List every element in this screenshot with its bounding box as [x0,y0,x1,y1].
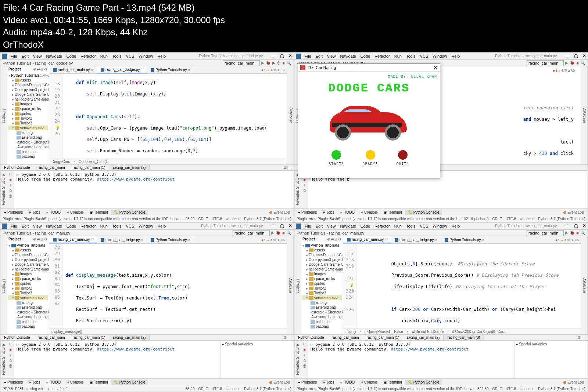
menu-code[interactable]: Code [64,53,78,59]
navbar: Python Tutorials › racing_car_dodge.py r… [0,60,294,66]
event-log[interactable]: Event Log [266,210,293,215]
indent[interactable]: 4 spaces [226,217,240,221]
console-output[interactable]: ▷ pygame 2.0.0 (SDL 2.0.12, python 3.7.3… [14,171,294,208]
console-hide-icon[interactable]: ― [288,166,291,170]
rerun-icon[interactable]: ⟳ [9,172,12,176]
status-bar: Plugin error: Plugin 'BashSupport' (vers… [0,216,294,222]
tool-todo[interactable]: ✓ TODO [43,210,64,215]
minimize-icon[interactable]: ― [271,53,276,58]
side-tab-favorites[interactable]: Favorites Structure [0,171,7,208]
debug-icon[interactable]: 🐞 [266,61,271,65]
weak-warning-icon[interactable]: ▲ [277,68,280,72]
menu-run[interactable]: Run [98,53,110,59]
menu-refactor[interactable]: Refactor [78,53,98,59]
maximize-icon[interactable]: ▢ [574,53,578,58]
code-editor[interactable]: 78798081828384858687 def display_message… [49,244,287,329]
run-icon[interactable]: ▶ [565,61,568,65]
scroll-icon[interactable]: ↓ [10,183,11,187]
stop-icon[interactable]: ■ [282,61,285,65]
tool-rconsole[interactable]: R Console [64,210,87,215]
code-editor[interactable]: 18192021222324💡2526 def Blit_Image(self,… [49,74,287,159]
menu-navigate[interactable]: Navigate [44,53,64,59]
maximize-icon[interactable]: ▢ [280,53,284,58]
editor-tab-tutorials[interactable]: Python Tutorials.py× [147,66,194,73]
menu-tools[interactable]: Tools [110,53,124,59]
special-variables-panel[interactable]: ▸ Special Variables [220,341,294,378]
tool-terminal[interactable]: ▣ Terminal [87,210,111,215]
menu-vcs[interactable]: VCS [124,53,137,59]
project-tree[interactable]: ▾Python TutorialsC:\Python Tutorials ▸as… [7,72,49,164]
code-breadcrumbs[interactable]: DodgeCars›Opponent_Cars() [49,159,287,164]
project-settings-icon[interactable]: ⊕ [33,67,36,71]
interpreter[interactable]: Python 3.7 (Python Tutorials) [244,217,291,221]
close-icon[interactable]: ✕ [582,53,586,58]
run-icon[interactable]: ▶ [261,61,264,65]
coverage-icon[interactable]: ▶ [272,61,275,65]
minimize-icon[interactable]: ― [565,53,570,58]
search-everywhere-icon[interactable]: 🔍 [286,61,291,65]
menu-window[interactable]: Window [430,53,449,59]
start-button[interactable]: START! [329,150,344,166]
stop-console-icon[interactable]: ■ [9,178,11,182]
line-gutter[interactable]: 18192021222324💡2526 [49,74,62,159]
clear-icon[interactable]: 🗑 [9,194,12,198]
menu-view[interactable]: View [31,53,44,59]
menu-help[interactable]: Help [449,53,462,59]
console-tab-run1[interactable]: racing_car_main [34,165,69,170]
caret-position[interactable]: 25:29 [186,217,195,221]
console-tab-run3[interactable]: racing_car_main (2) [109,165,150,170]
menu-file[interactable]: File [8,53,19,59]
pygame-close-icon[interactable]: ✕ [433,65,438,70]
menu-navigate[interactable]: Navigate [338,53,358,59]
menu-window[interactable]: Window [136,53,155,59]
menu-edit[interactable]: Edit [19,53,31,59]
menu-tools[interactable]: Tools [404,53,418,59]
nav-crumb-file[interactable]: racing_car_dodge.py [35,61,73,65]
game-canvas[interactable]: MADE BY: BILAL KHAN DODGE CARS START! RE… [298,72,440,178]
pycharm-icon [2,224,7,229]
menu-run[interactable]: Run [392,53,404,59]
project-panel-title: Project [8,67,21,71]
tool-problems[interactable]: ● Problems [1,210,26,215]
menu-vcs[interactable]: VCS [418,53,431,59]
console-toolbar: ⟳ ■ ↓ ⎙ 🗑 [7,171,14,208]
tool-rjobs[interactable]: R Jobs [26,210,43,215]
menu-refactor[interactable]: Refactor [372,53,392,59]
close-tab-icon[interactable]: × [141,68,143,72]
code-editor[interactable]: 317318319321💡322323324326 Objects[0].Sco… [343,244,581,329]
side-tab-project[interactable]: 1 Project [0,66,7,164]
console-tab-python[interactable]: Python Console [0,165,34,170]
menu-edit[interactable]: Edit [313,53,325,59]
side-tab-database[interactable]: Database [581,66,588,164]
menu-code[interactable]: Code [358,53,372,59]
encoding[interactable]: UTF-8 [212,217,222,221]
menu-view[interactable]: View [325,53,338,59]
green-circle-icon [331,150,341,160]
close-tab-icon[interactable]: × [91,68,93,72]
run-config-selector[interactable]: racing_car_main [223,60,260,66]
editor-tab-main[interactable]: racing_car_main.py× [49,66,97,73]
pygame-link[interactable]: https://www.pygame.org/contribut [97,177,175,182]
warning-stripe-icon[interactable]: ▲ [266,68,270,72]
pygame-titlebar[interactable]: The Car Racing ✕ [298,63,440,72]
ready-button[interactable]: READY! [362,150,378,166]
quit-button[interactable]: QUIT! [397,150,409,166]
menu-file[interactable]: File [302,53,313,59]
close-tab-icon[interactable]: × [188,68,190,72]
nav-crumb-project[interactable]: Python Tutorials [3,61,32,65]
menu-help[interactable]: Help [155,53,168,59]
line-ending[interactable]: CRLF [198,217,208,221]
close-icon[interactable]: ✕ [288,53,292,58]
print-icon[interactable]: ⎙ [10,189,12,193]
editor-tab-dodge[interactable]: racing_car_dodge.py× [97,66,147,73]
pycharm-icon [296,54,301,59]
pygame-window: The Car Racing ✕ MADE BY: BILAL KHAN DOD… [298,63,440,178]
error-stripe-icon[interactable]: ● [261,68,263,72]
run-config-selector[interactable]: racing_car_main [527,60,564,66]
console-tab-run2[interactable]: racing_car_main (1) [69,165,110,170]
debug-icon[interactable]: 🐞 [570,61,575,65]
profile-icon[interactable]: ⏱ [277,61,281,65]
console-settings-icon[interactable]: ⚙ [283,166,287,170]
side-tab-database[interactable]: Database [287,66,294,164]
tool-python-console[interactable]: 🐍 Python Console [111,210,148,215]
